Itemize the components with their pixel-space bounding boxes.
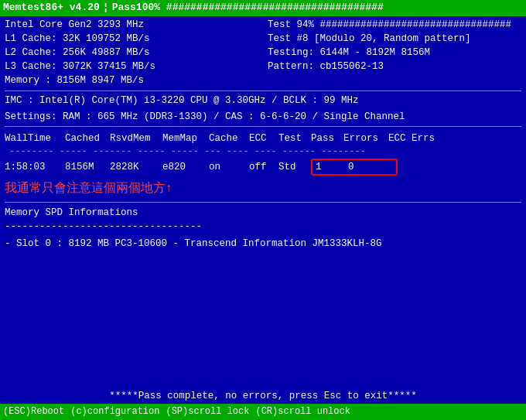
highlight-pass-errors: 1 0 — [311, 159, 398, 176]
info-row-2: L1 Cache: 32K 109752 MB/s Test #8 [Modul… — [5, 32, 521, 46]
memory-info: Memory : 8156M 8947 MB/s — [5, 73, 268, 87]
divider-3 — [5, 202, 521, 203]
data-rsvdmem: 2828K — [110, 160, 162, 174]
table-header: WallTime Cached RsvdMem MemMap Cache ECC… — [5, 131, 521, 145]
imc-row: IMC : Intel(R) Core(TM) i3-3220 CPU @ 3.… — [0, 93, 526, 108]
header-cached: Cached — [65, 131, 110, 145]
test-number: Test #8 [Modulo 20, Random pattern] — [268, 32, 521, 46]
bottom-bar: (ESC)Reboot (c)configuration (SP)scroll … — [0, 404, 526, 420]
table-row: 1:58:03 8156M 2828K e820 on off Std 1 0 — [5, 159, 521, 176]
header-rsvdmem: RsvdMem — [110, 131, 162, 145]
bottom-config: (c)configuration — [70, 405, 159, 418]
data-memmap: e820 — [162, 160, 209, 174]
l3-cache: L3 Cache: 3072K 37415 MB/s — [5, 60, 268, 73]
spd-divider: ---------------------------------- — [5, 220, 521, 234]
l2-cache: L2 Cache: 256K 49887 MB/s — [5, 46, 268, 60]
data-errors: 0 — [348, 160, 393, 174]
divider-2 — [5, 126, 521, 127]
divider: ¦ — [103, 1, 109, 15]
header-test: Test — [278, 131, 311, 145]
settings-row: Settings: RAM : 665 MHz (DDR3-1330) / CA… — [0, 109, 526, 125]
bottom-scroll-lock: (SP)scroll lock — [166, 405, 249, 418]
header-errors: Errors — [343, 131, 388, 145]
header-ecc-errs: ECC Errs — [388, 131, 442, 145]
data-pass: 1 — [316, 160, 348, 174]
pass-complete-message: *****Pass complete, no errors, press Esc… — [0, 388, 526, 405]
header-pass: Pass — [311, 131, 343, 145]
top-bar: Memtest86+ v4.20 ¦ Pass100% ############… — [0, 0, 526, 16]
memtest-screen: Memtest86+ v4.20 ¦ Pass100% ############… — [0, 0, 526, 420]
pattern: Pattern: cb155062-13 — [268, 60, 521, 73]
header-walltime: WallTime — [5, 131, 65, 145]
test-percent: Test 94% ###############################… — [268, 18, 521, 32]
table-section: WallTime Cached RsvdMem MemMap Cache ECC… — [0, 128, 526, 176]
info-row-4: L3 Cache: 3072K 37415 MB/s Pattern: cb15… — [5, 60, 521, 73]
cpu-info: Intel Core Gen2 3293 MHz — [5, 18, 268, 32]
spd-title: Memory SPD Informations — [5, 206, 521, 220]
testing-range: Testing: 6144M - 8192M 8156M — [268, 46, 521, 60]
app-title: Memtest86+ v4.20 — [3, 1, 100, 15]
data-cache: on — [209, 160, 249, 174]
info-row-5: Memory : 8156M 8947 MB/s — [5, 73, 521, 87]
spd-entry: - Slot 0 : 8192 MB PC3-10600 - Transcend… — [5, 237, 521, 251]
info-row-3: L2 Cache: 256K 49887 MB/s Testing: 6144M… — [5, 46, 521, 60]
annotation-text: 我通常只會注意這個兩個地方↑ — [0, 176, 526, 200]
header-cache: Cache — [209, 131, 249, 145]
spd-section: Memory SPD Informations ----------------… — [0, 204, 526, 252]
data-walltime: 1:58:03 — [5, 160, 65, 174]
table-divider-line: -------- ----- ------- ----- ----- --- -… — [5, 145, 521, 159]
l1-cache: L1 Cache: 32K 109752 MB/s — [5, 32, 268, 46]
bottom-reboot: (ESC)Reboot — [3, 405, 64, 418]
bottom-scroll-unlock: (CR)scroll unlock — [255, 405, 350, 418]
data-test: Std — [278, 160, 311, 174]
header-ecc: ECC — [249, 131, 278, 145]
pass-progress: Pass100% ###############################… — [112, 1, 523, 15]
data-cached: 8156M — [65, 160, 110, 174]
info-row-1: Intel Core Gen2 3293 MHz Test 94% ######… — [5, 18, 521, 32]
info-section: Intel Core Gen2 3293 MHz Test 94% ######… — [0, 16, 526, 90]
info-right-5 — [268, 73, 521, 87]
data-ecc: off — [249, 160, 278, 174]
header-memmap: MemMap — [162, 131, 209, 145]
divider-1 — [5, 90, 521, 91]
